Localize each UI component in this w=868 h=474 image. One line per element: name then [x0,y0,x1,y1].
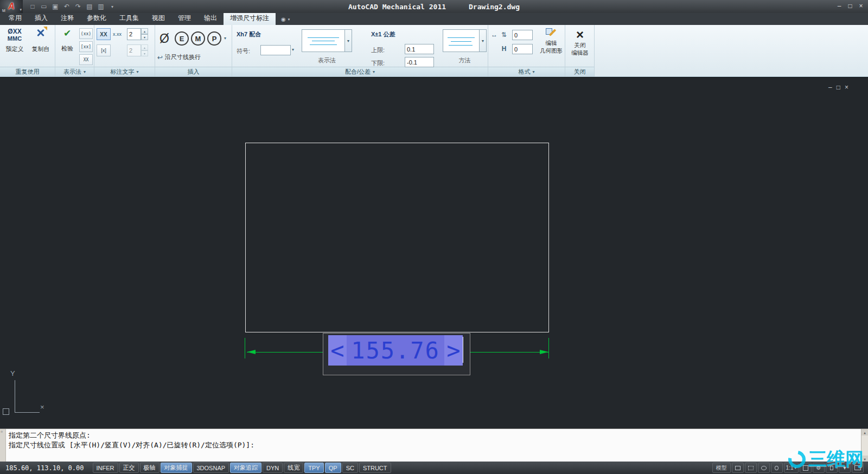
doc-restore-button[interactable]: □ [837,84,840,91]
panel-label-insert[interactable]: 插入 [155,67,232,76]
format-height-input[interactable] [512,44,533,54]
dimension-value-highlight[interactable]: < 155.76 > [328,335,463,366]
spin-up-icon[interactable]: ▴ [141,28,148,34]
panel-label-dim-text[interactable]: 标注文字▾ [94,67,155,76]
copy-from-button[interactable]: 复制自 [28,28,53,66]
panel-label-reuse[interactable]: 重复使用 [0,67,55,76]
zoom-icon[interactable] [771,463,783,473]
toggle-tpy[interactable]: TPY [304,463,323,473]
tab-insert[interactable]: 插入 [28,12,54,25]
inspect-button[interactable]: ✔ 检验 [57,28,78,66]
dimension-value[interactable]: 155.76 [347,335,444,366]
toggle-otrack[interactable]: 对象追踪 [230,463,261,473]
save-button[interactable]: ▣ [50,2,61,11]
plot-button[interactable]: ▤ [84,2,95,11]
toggle-polar[interactable]: 极轴 [140,463,159,473]
doc-close-button[interactable]: × [845,84,848,91]
panel-label-fits-tolerance[interactable]: 配合/公差▾ [232,67,488,76]
tab-manage[interactable]: 管理 [171,12,197,25]
tab-annotate[interactable]: 注释 [54,12,80,25]
qnew-button[interactable]: □ [27,2,38,11]
mmc-symbol-button[interactable]: M [191,31,205,46]
annotation-scale-button[interactable]: 1:1 ▾ [784,463,799,473]
command-line-area[interactable]: ▫ 指定第二个尺寸界线原点: 指定尺寸线位置或 [水平(H)/竖直(V)/对齐(… [0,428,868,462]
display-locking-icon[interactable] [826,463,838,473]
status-tray-dropdown-icon[interactable]: ▾ [839,463,851,473]
panel-label-format[interactable]: 格式▾ [488,67,565,76]
tab-home[interactable]: 常用 [2,12,28,25]
drawn-rectangle[interactable] [245,143,549,332]
format-offset-input[interactable] [512,30,533,40]
toggle-ortho[interactable]: 正交 [119,463,139,473]
predefine-button[interactable]: ØXX MMC 预定义 [2,28,27,66]
spin-down-icon[interactable]: ▾ [141,50,148,56]
properties-button[interactable]: ▥ [95,2,106,11]
projected-symbol-button[interactable]: P [207,31,221,46]
toggle-dyn[interactable]: DYN [263,463,283,473]
tolerance-upper-input[interactable] [405,44,434,54]
fit-symbol-dropdown-icon[interactable]: ▾ [292,47,294,52]
format-horizontal-icon[interactable]: ↔ [489,30,499,40]
toggle-qp[interactable]: QP [325,463,341,473]
tab-power-dimensioning[interactable]: 增强尺寸标注 [224,12,276,25]
drawing-viewport[interactable]: – □ × < 155.76 > Y × [0,77,868,428]
toggle-osnap[interactable]: 对象捕捉 [161,463,192,473]
annotation-visibility-icon[interactable] [800,463,812,473]
tab-toolsets[interactable]: 工具集 [113,12,145,25]
tab-output[interactable]: 输出 [197,12,224,25]
coordinates-readout[interactable]: 185.60, 113.10, 0.00 [0,464,93,472]
toggle-3dosnap[interactable]: 3DOSNAP [193,463,229,473]
undo-button[interactable]: ↶ [61,2,72,11]
panel-label-representation[interactable]: 表示法▾ [55,67,94,76]
dimtext-precision-input[interactable] [127,28,141,40]
panel-label-close[interactable]: 关闭 [565,67,594,76]
workspace-switching-icon[interactable]: ⚙ [813,463,825,473]
tolerance-method-preview[interactable] [443,29,480,52]
doc-minimize-button[interactable]: – [828,84,832,91]
quick-view-layouts-icon[interactable] [732,463,744,473]
ribbon-overflow-button[interactable]: ◉ ▾ [281,16,290,25]
format-vertical-icon[interactable]: ⇅ [499,30,509,40]
minimize-button[interactable]: – [834,1,844,11]
rep-plain-button[interactable]: XX [79,54,93,65]
tolerance-lower-input[interactable] [405,57,434,67]
redo-button[interactable]: ↷ [73,2,84,11]
dimtext-alt-input[interactable] [127,44,141,56]
fit-representation-preview[interactable] [302,29,345,52]
tab-parametric[interactable]: 参数化 [80,12,113,25]
qat-dropdown-icon[interactable]: ▾ [107,2,118,11]
toggle-lineweight[interactable]: 线宽 [284,463,303,473]
dimtext-alt-button[interactable]: [x] [97,44,111,56]
fit-representation-dropdown-icon[interactable]: ▼ [345,29,352,52]
model-space-button[interactable]: 模型 [712,463,731,473]
diameter-symbol-button[interactable]: Ø [159,31,169,46]
tab-view[interactable]: 视图 [145,12,171,25]
fit-symbol-input[interactable] [260,45,291,55]
symbol-dropdown-icon[interactable]: ▾ [224,36,226,41]
toggle-sc[interactable]: SC [342,463,358,473]
edit-geometry-button[interactable]: 编辑 几何图形 [539,28,563,66]
open-button[interactable]: ▭ [39,2,49,11]
command-scrollbar[interactable]: ▲ ▼ [861,429,868,462]
rep-parentheses-button[interactable]: (xx) [79,28,93,39]
spin-up-icon[interactable]: ▴ [141,44,148,50]
command-line-grip[interactable]: ▫ [0,429,6,462]
quick-view-drawings-icon[interactable] [745,463,757,473]
toggle-infer[interactable]: INFER [93,463,118,473]
dimtext-primary-button[interactable]: XX [97,28,111,40]
app-menu-button[interactable]: A M ▾ [0,0,23,13]
scroll-up-icon[interactable]: ▲ [861,429,868,435]
envelope-symbol-button[interactable]: E [175,31,189,46]
rep-brackets-button[interactable]: [xx] [79,41,93,52]
toggle-struct[interactable]: STRUCT [359,463,391,473]
close-button[interactable]: × [856,1,866,11]
close-editor-button[interactable]: × 关闭 编辑器 [567,28,592,66]
dimension-edit-box[interactable]: < 155.76 > [323,333,470,375]
maximize-button[interactable]: □ [845,1,855,11]
spin-down-icon[interactable]: ▾ [141,34,148,40]
format-height-icon[interactable]: H [499,44,509,54]
tolerance-method-dropdown-icon[interactable]: ▼ [480,29,487,52]
pan-icon[interactable] [758,463,770,473]
clean-screen-icon[interactable] [852,463,864,473]
wrap-dimension-line-button[interactable]: ↩ 沿尺寸线换行 [157,53,230,61]
